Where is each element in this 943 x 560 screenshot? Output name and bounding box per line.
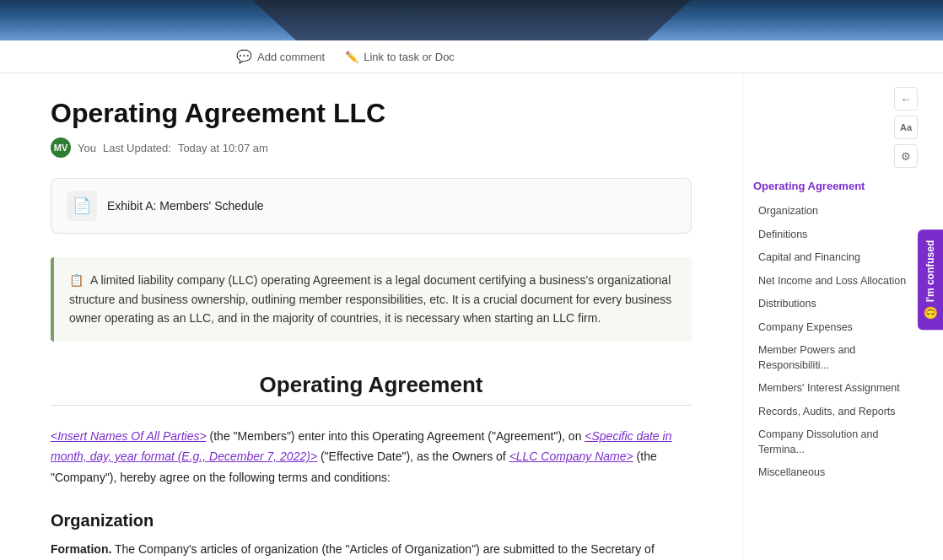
toc-list: OrganizationDefinitionsCapital and Finan…: [753, 201, 918, 484]
font-size-button[interactable]: Aa: [894, 116, 918, 139]
section-main-title: Operating Agreement: [51, 372, 692, 398]
toc-item[interactable]: Capital and Financing: [753, 247, 918, 269]
font-icon: Aa: [900, 122, 912, 132]
confused-label: I'm confused: [924, 240, 936, 303]
settings-icon: ⚙: [901, 150, 911, 163]
toc-item[interactable]: Members' Interest Assignment: [753, 378, 918, 400]
collapse-sidebar-button[interactable]: ←: [894, 87, 918, 110]
toc-item[interactable]: Miscellaneous: [753, 462, 918, 484]
org-heading: Organization: [51, 511, 692, 530]
add-comment-button[interactable]: 💬 Add comment: [236, 49, 325, 64]
toc-item[interactable]: Distributions: [753, 293, 918, 315]
settings-button[interactable]: ⚙: [894, 144, 918, 168]
toc-item[interactable]: Definitions: [753, 224, 918, 246]
toc-item[interactable]: Company Expenses: [753, 317, 918, 339]
placeholder-company[interactable]: <LLC Company Name>: [509, 450, 633, 463]
comment-icon: 💬: [236, 49, 252, 64]
intro-text-1: (the "Members") enter into this Operatin…: [207, 429, 585, 443]
toc-item[interactable]: Net Income and Loss Allocation: [753, 271, 918, 293]
toc-item[interactable]: Member Powers and Responsibiliti...: [753, 340, 918, 376]
section-divider: [51, 405, 692, 406]
info-text: A limited liability company (LLC) operat…: [69, 273, 671, 325]
toc-item[interactable]: Records, Audits, and Reports: [753, 401, 918, 423]
intro-paragraph: <Insert Names Of All Parties> (the "Memb…: [51, 426, 692, 488]
avatar: MV: [51, 137, 71, 158]
toc-title: Operating Agreement: [753, 180, 918, 192]
last-updated-value: Today at 10:07 am: [178, 142, 268, 154]
toc-item[interactable]: Organization: [753, 201, 918, 223]
link-button[interactable]: ✏️ Link to task or Doc: [345, 51, 455, 63]
formation-text: The Company's articles of organization (…: [51, 542, 655, 560]
formation-bold: Formation.: [51, 542, 111, 556]
last-updated-prefix: Last Updated:: [103, 142, 171, 154]
toolbar: 💬 Add comment ✏️ Link to task or Doc: [0, 40, 943, 73]
collapse-icon: ←: [901, 93, 912, 105]
content-area: Operating Agreement LLC MV You Last Upda…: [0, 73, 742, 560]
main-layout: Operating Agreement LLC MV You Last Upda…: [0, 73, 943, 560]
add-comment-label: Add comment: [257, 51, 325, 63]
formation-paragraph: Formation. The Company's articles of org…: [51, 539, 692, 560]
confused-button-container: 😊 I'm confused: [918, 230, 943, 331]
meta-row: MV You Last Updated: Today at 10:07 am: [51, 137, 692, 158]
document-title: Operating Agreement LLC: [51, 97, 692, 129]
toc-item[interactable]: Company Dissolution and Termina...: [753, 424, 918, 460]
confused-button[interactable]: 😊 I'm confused: [918, 230, 943, 331]
info-emoji: 📋: [69, 273, 84, 287]
info-box: 📋A limited liability company (LLC) opera…: [51, 257, 692, 341]
link-icon: ✏️: [345, 51, 358, 63]
author-name: You: [78, 142, 96, 154]
link-label: Link to task or Doc: [364, 51, 455, 63]
right-sidebar: ← Aa ⚙ Operating Agreement OrganizationD…: [742, 73, 928, 560]
intro-text-2: ("Effective Date"), as the Owners of: [317, 450, 509, 463]
placeholder-parties[interactable]: <Insert Names Of All Parties>: [51, 429, 207, 443]
exhibit-label: Exhibit A: Members' Schedule: [107, 199, 264, 213]
hero-banner: [0, 0, 943, 40]
exhibit-card[interactable]: 📄 Exhibit A: Members' Schedule: [51, 178, 692, 234]
exhibit-icon: 📄: [67, 191, 97, 221]
